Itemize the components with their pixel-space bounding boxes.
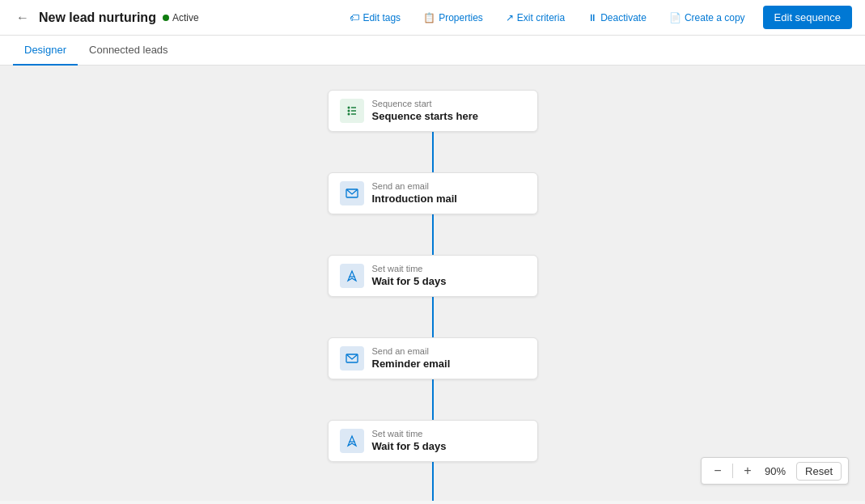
node-sequence-start-text: Sequence start Sequence starts here (372, 99, 479, 122)
zoom-out-button[interactable]: − (708, 461, 727, 481)
node-sequence-start-label: Sequence start (372, 99, 479, 108)
wait-icon-1 (340, 264, 364, 288)
header-actions: 🏷 Edit tags 📋 Properties ↗ Exit criteria… (345, 6, 852, 29)
exit-criteria-icon: ↗ (506, 12, 514, 23)
tag-icon: 🏷 (350, 12, 359, 23)
wait-icon-2 (340, 429, 364, 453)
header-left: ← New lead nurturing Active (13, 7, 335, 28)
connector-1 (432, 132, 434, 172)
connector-3 (432, 297, 434, 337)
header: ← New lead nurturing Active 🏷 Edit tags … (0, 0, 865, 36)
back-button[interactable]: ← (13, 7, 32, 28)
deactivate-button[interactable]: ⏸ Deactivate (583, 9, 651, 27)
node-wait-2-label: Set wait time (372, 429, 447, 438)
node-wait-1-label: Set wait time (372, 264, 447, 273)
exit-criteria-label: Exit criteria (517, 12, 565, 23)
edit-sequence-button[interactable]: Edit sequence (763, 6, 852, 29)
node-sequence-start-title: Sequence starts here (372, 110, 479, 122)
node-wait-1[interactable]: Set wait time Wait for 5 days (328, 255, 538, 297)
zoom-controls: − + 90% Reset (701, 457, 849, 485)
node-intro-email-title: Introduction mail (372, 193, 457, 205)
node-intro-email-text: Send an email Introduction mail (372, 181, 457, 205)
properties-label: Properties (439, 12, 483, 23)
node-wait-2[interactable]: Set wait time Wait for 5 days (328, 420, 538, 462)
exit-criteria-button[interactable]: ↗ Exit criteria (501, 9, 570, 27)
zoom-reset-button[interactable]: Reset (796, 462, 842, 481)
copy-icon: 📄 (669, 12, 681, 23)
node-intro-email[interactable]: Send an email Introduction mail (328, 172, 538, 214)
node-wait-1-title: Wait for 5 days (372, 275, 447, 287)
page-title: New lead nurturing (39, 11, 156, 25)
status-dot (163, 15, 169, 21)
tabs: Designer Connected leads (0, 36, 865, 66)
zoom-level: 90% (761, 465, 790, 477)
node-reminder-email-title: Reminder email (372, 358, 451, 370)
tab-designer[interactable]: Designer (13, 36, 78, 66)
canvas: Sequence start Sequence starts here Send… (0, 66, 865, 501)
properties-icon: 📋 (423, 12, 435, 23)
node-sequence-start[interactable]: Sequence start Sequence starts here (328, 90, 538, 132)
deactivate-label: Deactivate (600, 12, 647, 23)
email-icon-2 (340, 346, 364, 371)
node-wait-2-title: Wait for 5 days (372, 440, 447, 452)
create-copy-button[interactable]: 📄 Create a copy (664, 9, 750, 27)
node-wait-1-text: Set wait time Wait for 5 days (372, 264, 447, 287)
svg-point-1 (347, 110, 350, 112)
status-badge: Active (163, 12, 199, 23)
svg-point-2 (347, 113, 350, 116)
edit-tags-button[interactable]: 🏷 Edit tags (345, 9, 405, 27)
node-reminder-email-text: Send an email Reminder email (372, 346, 451, 370)
zoom-divider (732, 464, 733, 478)
node-wait-2-text: Set wait time Wait for 5 days (372, 429, 447, 452)
svg-point-0 (347, 107, 350, 109)
connector-2 (432, 214, 434, 255)
sequence-start-icon (340, 99, 364, 123)
deactivate-icon: ⏸ (587, 12, 597, 23)
status-label: Active (172, 12, 199, 23)
node-reminder-email-label: Send an email (372, 346, 451, 356)
connector-5 (432, 462, 434, 501)
edit-tags-label: Edit tags (363, 12, 401, 23)
flow-container: Sequence start Sequence starts here Send… (0, 66, 865, 501)
connector-4 (432, 379, 434, 420)
properties-button[interactable]: 📋 Properties (418, 9, 488, 27)
tab-connected-leads[interactable]: Connected leads (78, 36, 180, 66)
create-copy-label: Create a copy (685, 12, 745, 23)
node-intro-email-label: Send an email (372, 181, 457, 191)
node-reminder-email[interactable]: Send an email Reminder email (328, 337, 538, 379)
email-icon-1 (340, 181, 364, 205)
zoom-in-button[interactable]: + (738, 461, 757, 481)
